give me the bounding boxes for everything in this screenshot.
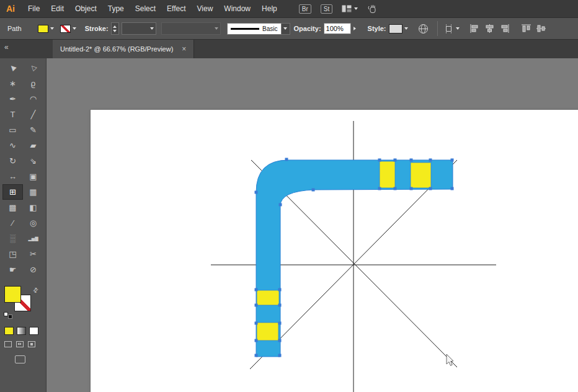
color-button[interactable] xyxy=(4,327,14,335)
yellow-window-rect[interactable] xyxy=(411,163,431,188)
anchor-point[interactable] xyxy=(378,187,381,190)
stroke-weight-stepper[interactable] xyxy=(111,22,119,35)
hand-tool[interactable]: ☛ xyxy=(2,262,23,277)
shaper-tool[interactable]: ∿ xyxy=(2,138,23,153)
align-middle-icon[interactable] xyxy=(536,24,546,33)
anchor-point[interactable] xyxy=(410,187,413,190)
anchor-point[interactable] xyxy=(278,339,282,342)
anchor-point[interactable] xyxy=(429,159,432,162)
anchor-point[interactable] xyxy=(394,159,397,162)
menu-effect[interactable]: Effect xyxy=(161,4,191,13)
workspace-switcher[interactable] xyxy=(342,5,358,12)
menu-file[interactable]: File xyxy=(22,4,45,13)
anchor-point[interactable] xyxy=(278,322,282,325)
direct-selection-tool[interactable]: ▷ xyxy=(23,60,43,76)
pen-tool[interactable]: ✒ xyxy=(2,91,23,107)
line-segment-tool[interactable]: ╱ xyxy=(23,107,43,122)
symbol-sprayer-tool[interactable]: ░ xyxy=(2,231,23,246)
magic-wand-tool[interactable]: ∗ xyxy=(2,76,23,91)
anchor-point[interactable] xyxy=(285,158,288,161)
anchor-point[interactable] xyxy=(278,288,282,292)
screen-mode-icon[interactable] xyxy=(15,355,25,363)
eraser-tool[interactable]: ▰ xyxy=(23,138,43,153)
lasso-tool[interactable]: ϱ xyxy=(23,76,43,91)
document-tab[interactable]: Untitled-2* @ 66.67% (RGB/Preview) × xyxy=(53,40,194,58)
menu-type[interactable]: Type xyxy=(102,4,130,13)
yellow-window-rect[interactable] xyxy=(380,161,395,188)
type-tool[interactable]: T xyxy=(2,107,23,122)
stock-button[interactable]: St xyxy=(321,4,332,14)
anchor-point[interactable] xyxy=(278,304,282,307)
anchor-point[interactable] xyxy=(451,159,454,162)
yellow-window-rect[interactable] xyxy=(257,323,278,341)
menu-select[interactable]: Select xyxy=(130,4,161,13)
menu-help[interactable]: Help xyxy=(256,4,283,13)
anchor-point[interactable] xyxy=(255,191,258,194)
mesh-tool[interactable]: ▩ xyxy=(2,200,23,215)
stroke-weight-dropdown[interactable] xyxy=(122,22,156,35)
none-button[interactable] xyxy=(29,327,38,335)
anchor-point[interactable] xyxy=(394,187,397,190)
free-transform-tool[interactable]: ▣ xyxy=(23,169,43,184)
canvas-area[interactable] xyxy=(47,58,578,392)
close-tab-icon[interactable]: × xyxy=(182,45,186,53)
curvature-tool[interactable]: ◠ xyxy=(23,91,43,107)
draw-normal-icon[interactable] xyxy=(4,341,12,347)
selection-tool[interactable]: ▶ xyxy=(2,60,23,76)
align-left-icon[interactable] xyxy=(469,24,480,33)
shape-builder-tool[interactable]: ⊞ xyxy=(2,184,23,200)
stroke-color-dropdown[interactable] xyxy=(60,25,76,33)
fill-indicator[interactable] xyxy=(4,286,21,303)
zoom-tool[interactable]: ⊘ xyxy=(23,262,43,277)
anchor-point[interactable] xyxy=(255,354,258,357)
style-dropdown[interactable] xyxy=(389,24,408,33)
anchor-point[interactable] xyxy=(255,339,258,342)
paintbrush-tool[interactable]: ✎ xyxy=(23,122,43,138)
anchor-point[interactable] xyxy=(255,322,258,325)
anchor-point[interactable] xyxy=(410,159,413,162)
swap-fill-stroke-icon[interactable]: ⇄ xyxy=(31,286,40,295)
menu-window[interactable]: Window xyxy=(218,4,256,13)
align-top-icon[interactable] xyxy=(521,24,531,33)
eyedropper-tool[interactable]: ∕ xyxy=(2,215,23,231)
document-setup-dropdown[interactable] xyxy=(444,24,460,33)
variable-width-profile-dropdown[interactable] xyxy=(161,22,221,35)
gradient-button[interactable] xyxy=(17,327,26,335)
scale-tool[interactable]: ⇘ xyxy=(23,153,43,169)
align-center-icon[interactable] xyxy=(484,24,495,33)
pipe-shape[interactable] xyxy=(256,160,453,357)
draw-inside-icon[interactable] xyxy=(28,341,35,347)
draw-behind-icon[interactable] xyxy=(16,341,24,347)
bridge-button[interactable]: Br xyxy=(299,4,311,14)
yellow-window-rect[interactable] xyxy=(257,290,279,305)
artboard-tool[interactable]: ◳ xyxy=(2,246,23,262)
anchor-point[interactable] xyxy=(279,203,282,207)
anchor-point[interactable] xyxy=(255,288,258,292)
menu-object[interactable]: Object xyxy=(69,4,102,13)
anchor-point[interactable] xyxy=(378,159,381,162)
brush-definition-dropdown[interactable]: Basic xyxy=(227,23,290,35)
anchor-point[interactable] xyxy=(312,189,315,192)
collapse-panel-icon[interactable]: « xyxy=(4,43,9,51)
globe-icon[interactable] xyxy=(418,24,429,34)
width-tool[interactable]: ↔ xyxy=(2,169,23,184)
anchor-point[interactable] xyxy=(451,187,454,190)
fill-color-dropdown[interactable] xyxy=(38,25,54,33)
align-right-icon[interactable] xyxy=(499,24,510,33)
anchor-point[interactable] xyxy=(429,187,432,190)
menu-view[interactable]: View xyxy=(192,4,219,13)
rectangle-tool[interactable]: ▭ xyxy=(2,122,23,138)
blend-tool[interactable]: ◎ xyxy=(23,215,43,231)
menu-edit[interactable]: Edit xyxy=(45,4,69,13)
column-graph-tool[interactable]: ▂▅▇ xyxy=(23,231,43,246)
anchor-point[interactable] xyxy=(278,354,282,357)
rotate-tool[interactable]: ↻ xyxy=(2,153,23,169)
anchor-point[interactable] xyxy=(255,304,258,307)
opacity-input[interactable] xyxy=(324,23,351,34)
default-fill-stroke-icon[interactable] xyxy=(4,312,12,319)
slice-tool[interactable]: ✂ xyxy=(23,246,43,262)
gradient-tool[interactable]: ◧ xyxy=(23,200,43,215)
touch-workspace-icon[interactable] xyxy=(367,4,377,14)
opacity-menu-button[interactable] xyxy=(351,23,359,34)
perspective-grid-tool[interactable]: ▦ xyxy=(23,184,43,200)
